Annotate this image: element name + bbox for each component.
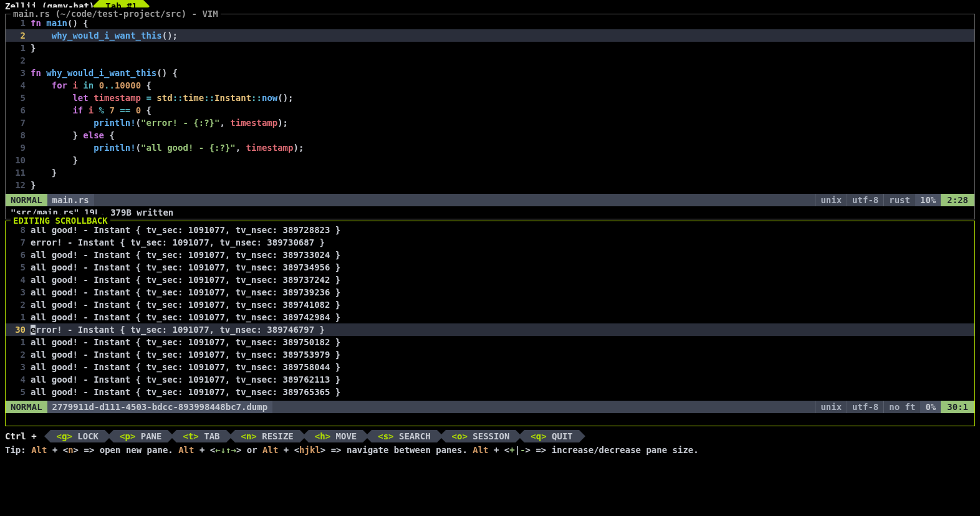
code-line[interactable]: 8 } else {	[6, 129, 974, 141]
cmd-chip-tab[interactable]: <t> TAB	[176, 430, 226, 442]
line-number: 1	[6, 42, 31, 54]
code-line[interactable]: 5 let timestamp = std::time::Instant::no…	[6, 92, 974, 104]
filetype: no ft	[883, 401, 920, 413]
editor-pane[interactable]: main.rs (~/code/test-project/src) - VIM …	[5, 14, 975, 219]
cmd-chip-quit[interactable]: <q> QUIT	[524, 430, 579, 442]
filetype: rust	[883, 194, 915, 206]
scrollback-line[interactable]: 2all good! - Instant { tv_sec: 1091077, …	[6, 348, 974, 361]
scrollback-line[interactable]: 1all good! - Instant { tv_sec: 1091077, …	[6, 336, 974, 348]
scrollback-pane-title: EDITING SCROLLBACK	[11, 214, 110, 227]
command-chips: <g> LOCK<p> PANE<t> TAB<n> RESIZE<h> MOV…	[42, 430, 579, 442]
line-number: 1	[6, 336, 31, 348]
scrollback-line[interactable]: 1all good! - Instant { tv_sec: 1091077, …	[6, 311, 974, 323]
scrollback-line[interactable]: 2all good! - Instant { tv_sec: 1091077, …	[6, 299, 974, 311]
line-number: 3	[6, 67, 31, 79]
encoding-utf8: utf-8	[847, 194, 883, 206]
encoding-utf8: utf-8	[847, 401, 883, 413]
cmd-chip-session[interactable]: <o> SESSION	[446, 430, 516, 442]
line-number: 2	[6, 348, 31, 361]
scrollback-line[interactable]: 5all good! - Instant { tv_sec: 1091077, …	[6, 261, 974, 274]
scrollback-line[interactable]: 5all good! - Instant { tv_sec: 1091077, …	[6, 386, 974, 398]
line-number: 2	[6, 299, 31, 311]
line-number: 5	[6, 92, 31, 104]
cmd-chip-search[interactable]: <s> SEARCH	[372, 430, 436, 442]
cmd-chip-resize[interactable]: <n> RESIZE	[235, 430, 300, 442]
scrollback-line[interactable]: 7error! - Instant { tv_sec: 1091077, tv_…	[6, 236, 974, 249]
cmd-chip-lock[interactable]: <g> LOCK	[50, 430, 105, 442]
line-number: 30	[6, 323, 31, 336]
line-number: 2	[6, 29, 31, 42]
ctrl-prefix: Ctrl +	[5, 430, 37, 442]
command-bar: Ctrl + <g> LOCK<p> PANE<t> TAB<n> RESIZE…	[0, 430, 980, 442]
code-line[interactable]: 6 if i % 7 == 0 {	[6, 104, 974, 117]
line-number: 3	[6, 361, 31, 373]
mode-indicator: NORMAL	[6, 401, 47, 413]
scrollback-line[interactable]: 30error! - Instant { tv_sec: 1091077, tv…	[6, 323, 974, 336]
cursor-pos: 2:28	[941, 194, 974, 206]
scrollback-pane[interactable]: EDITING SCROLLBACK 8all good! - Instant …	[5, 221, 975, 426]
code-line[interactable]: 1}	[6, 42, 974, 54]
line-number: 12	[6, 179, 31, 191]
scrollback-line[interactable]: 3all good! - Instant { tv_sec: 1091077, …	[6, 361, 974, 373]
line-number: 6	[6, 249, 31, 261]
scrollback-line[interactable]: 4all good! - Instant { tv_sec: 1091077, …	[6, 274, 974, 286]
editor-statusbar: NORMAL main.rs unix utf-8 rust 10% 2:28	[6, 194, 974, 206]
file-name: 2779911d-d111-4503-bdcc-893998448bc7.dum…	[47, 401, 273, 413]
vim-message: "src/main.rs" 19L, 379B written	[6, 206, 974, 219]
line-number: 7	[6, 236, 31, 249]
line-number: 4	[6, 373, 31, 386]
line-number: 8	[6, 129, 31, 141]
line-number: 10	[6, 154, 31, 166]
line-number: 5	[6, 261, 31, 274]
line-number: 11	[6, 166, 31, 179]
tip-line: Tip: Alt + <n> => open new pane. Alt + <…	[0, 442, 980, 457]
scrollback-statusbar: NORMAL 2779911d-d111-4503-bdcc-893998448…	[6, 401, 974, 413]
cmd-chip-pane[interactable]: <p> PANE	[113, 430, 168, 442]
code-line[interactable]: 9 println!("all good! - {:?}", timestamp…	[6, 141, 974, 154]
editor-pane-title: main.rs (~/code/test-project/src) - VIM	[11, 7, 221, 20]
cursor-pos: 30:1	[941, 401, 974, 413]
encoding-unix: unix	[815, 401, 847, 413]
mode-indicator: NORMAL	[6, 194, 47, 206]
line-number: 2	[6, 54, 31, 67]
cmd-chip-move[interactable]: <h> MOVE	[309, 430, 363, 442]
line-number: 6	[6, 104, 31, 117]
line-number: 9	[6, 141, 31, 154]
line-number: 4	[6, 79, 31, 92]
percent: 10%	[915, 194, 941, 206]
editor-body[interactable]: 1fn main() {2 why_would_i_want_this();1}…	[6, 14, 974, 194]
scrollback-line[interactable]: 6all good! - Instant { tv_sec: 1091077, …	[6, 249, 974, 261]
scrollback-line[interactable]: 8all good! - Instant { tv_sec: 1091077, …	[6, 224, 974, 236]
percent: 0%	[920, 401, 941, 413]
line-number: 1	[6, 311, 31, 323]
file-name: main.rs	[47, 194, 94, 206]
code-line[interactable]: 3fn why_would_i_want_this() {	[6, 67, 974, 79]
code-line[interactable]: 2	[6, 54, 974, 67]
line-number: 7	[6, 117, 31, 129]
code-line[interactable]: 10 }	[6, 154, 974, 166]
line-number: 4	[6, 274, 31, 286]
code-line[interactable]: 12}	[6, 179, 974, 191]
code-line[interactable]: 2 why_would_i_want_this();	[6, 29, 974, 42]
code-line[interactable]: 7 println!("error! - {:?}", timestamp);	[6, 117, 974, 129]
line-number: 5	[6, 386, 31, 398]
scrollback-line[interactable]: 4all good! - Instant { tv_sec: 1091077, …	[6, 373, 974, 386]
vim-message-empty	[6, 413, 974, 426]
scrollback-line[interactable]: 3all good! - Instant { tv_sec: 1091077, …	[6, 286, 974, 299]
encoding-unix: unix	[815, 194, 847, 206]
code-line[interactable]: 11 }	[6, 166, 974, 179]
line-number: 3	[6, 286, 31, 299]
scrollback-body[interactable]: 8all good! - Instant { tv_sec: 1091077, …	[6, 221, 974, 401]
code-line[interactable]: 4 for i in 0..10000 {	[6, 79, 974, 92]
